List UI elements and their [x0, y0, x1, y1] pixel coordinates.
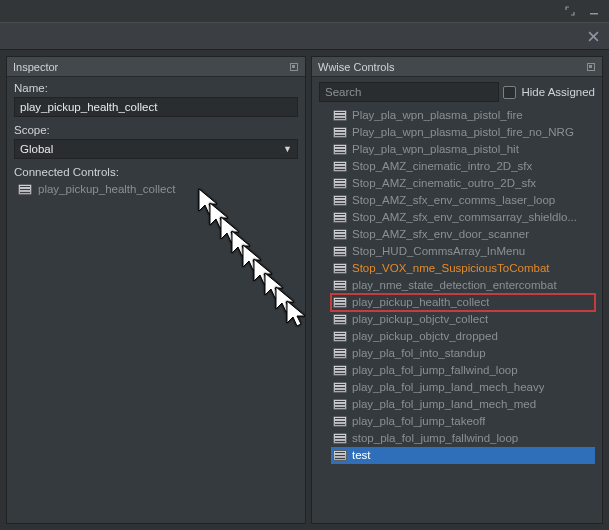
tree-item[interactable]: play_nme_state_detection_entercombat: [331, 277, 595, 294]
wwise-controls-panel: Wwise Controls Hide Assigned Play_pla_wp…: [311, 56, 603, 524]
titlebar-outer: [0, 0, 609, 22]
event-icon: [333, 144, 347, 155]
tree-item-label: test: [352, 447, 371, 464]
event-icon: [333, 416, 347, 427]
connected-control-item[interactable]: play_pickup_health_collect: [14, 181, 298, 197]
event-icon: [333, 263, 347, 274]
tree-item-label: Play_pla_wpn_plasma_pistol_fire_no_NRG: [352, 124, 574, 141]
event-icon: [333, 399, 347, 410]
tree-item-label: play_pla_fol_into_standup: [352, 345, 486, 362]
event-icon: [333, 246, 347, 257]
tree-item-label: play_pla_fol_jump_fallwind_loop: [352, 362, 518, 379]
tree-item[interactable]: test: [331, 447, 595, 464]
inspector-header: Inspector: [7, 57, 305, 77]
event-icon: [333, 297, 347, 308]
wwise-controls-title: Wwise Controls: [318, 61, 394, 73]
tree-item-label: play_pickup_objctv_collect: [352, 311, 488, 328]
tree-item-label: Play_pla_wpn_plasma_pistol_fire: [352, 107, 523, 124]
tree-item[interactable]: play_pla_fol_jump_land_mech_heavy: [331, 379, 595, 396]
tree-item[interactable]: Play_pla_wpn_plasma_pistol_fire: [331, 107, 595, 124]
tree-item-label: play_pickup_objctv_dropped: [352, 328, 498, 345]
expand-icon[interactable]: [565, 6, 575, 16]
inspector-panel: Inspector Name: Scope: Global ▼ Connecte…: [6, 56, 306, 524]
event-icon: [333, 110, 347, 121]
scope-label: Scope:: [14, 124, 298, 136]
tree-item[interactable]: Stop_AMZ_cinematic_outro_2D_sfx: [331, 175, 595, 192]
tree-item-label: Stop_AMZ_sfx_env_comms_laser_loop: [352, 192, 555, 209]
chevron-down-icon: ▼: [283, 144, 292, 154]
event-icon: [333, 280, 347, 291]
tree-item-label: play_pla_fol_jump_land_mech_med: [352, 396, 536, 413]
tree-item[interactable]: Stop_AMZ_cinematic_intro_2D_sfx: [331, 158, 595, 175]
name-field[interactable]: [14, 97, 298, 117]
event-icon: [333, 127, 347, 138]
tree-item[interactable]: Stop_AMZ_sfx_env_commsarray_shieldlo...: [331, 209, 595, 226]
event-icon: [333, 382, 347, 393]
svg-rect-0: [590, 13, 598, 15]
connected-controls-list: play_pickup_health_collect: [14, 181, 298, 197]
scope-value: Global: [20, 143, 53, 155]
minimize-icon[interactable]: [589, 6, 599, 16]
event-icon: [18, 184, 32, 195]
hide-assigned-toggle[interactable]: Hide Assigned: [503, 86, 595, 99]
close-icon[interactable]: [588, 31, 599, 42]
tree-item[interactable]: play_pickup_health_collect: [331, 294, 595, 311]
tree-item[interactable]: play_pla_fol_jump_fallwind_loop: [331, 362, 595, 379]
titlebar-inner: [0, 22, 609, 50]
event-icon: [333, 229, 347, 240]
tree-item-label: play_pickup_health_collect: [352, 294, 489, 311]
tree-item[interactable]: Play_pla_wpn_plasma_pistol_fire_no_NRG: [331, 124, 595, 141]
event-icon: [333, 348, 347, 359]
tree-item[interactable]: Stop_VOX_nme_SuspiciousToCombat: [331, 260, 595, 277]
hide-assigned-label: Hide Assigned: [521, 86, 595, 98]
scope-dropdown[interactable]: Global ▼: [14, 139, 298, 159]
event-icon: [333, 433, 347, 444]
event-icon: [333, 178, 347, 189]
tree-item[interactable]: Stop_HUD_CommsArray_InMenu: [331, 243, 595, 260]
tree-item-label: play_pla_fol_jump_takeoff: [352, 413, 485, 430]
event-icon: [333, 195, 347, 206]
inspector-title: Inspector: [13, 61, 58, 73]
name-label: Name:: [14, 82, 298, 94]
tree-item[interactable]: Play_pla_wpn_plasma_pistol_hit: [331, 141, 595, 158]
tree-item-label: Stop_AMZ_sfx_env_commsarray_shieldlo...: [352, 209, 577, 226]
search-input[interactable]: [319, 82, 499, 102]
tree-item-label: Stop_AMZ_cinematic_outro_2D_sfx: [352, 175, 536, 192]
tree-item-label: Stop_AMZ_cinematic_intro_2D_sfx: [352, 158, 532, 175]
popout-icon[interactable]: [289, 62, 299, 72]
event-icon: [333, 161, 347, 172]
tree-item[interactable]: stop_pla_fol_jump_fallwind_loop: [331, 430, 595, 447]
event-icon: [333, 212, 347, 223]
event-icon: [333, 331, 347, 342]
tree-item[interactable]: play_pickup_objctv_dropped: [331, 328, 595, 345]
tree-item-label: Stop_VOX_nme_SuspiciousToCombat: [352, 260, 550, 277]
tree-item[interactable]: Stop_AMZ_sfx_env_door_scanner: [331, 226, 595, 243]
tree-item-label: Stop_AMZ_sfx_env_door_scanner: [352, 226, 529, 243]
event-icon: [333, 450, 347, 461]
tree-item-label: play_pla_fol_jump_land_mech_heavy: [352, 379, 544, 396]
tree-item[interactable]: play_pla_fol_jump_land_mech_med: [331, 396, 595, 413]
tree-item-label: stop_pla_fol_jump_fallwind_loop: [352, 430, 518, 447]
wwise-tree: Play_pla_wpn_plasma_pistol_firePlay_pla_…: [319, 107, 595, 464]
connected-controls-label: Connected Controls:: [14, 166, 298, 178]
svg-rect-2: [292, 65, 295, 68]
hide-assigned-checkbox[interactable]: [503, 86, 516, 99]
popout-icon[interactable]: [586, 62, 596, 72]
connected-control-label: play_pickup_health_collect: [38, 183, 175, 195]
tree-item[interactable]: play_pickup_objctv_collect: [331, 311, 595, 328]
event-icon: [333, 314, 347, 325]
event-icon: [333, 365, 347, 376]
tree-item-label: play_nme_state_detection_entercombat: [352, 277, 557, 294]
tree-item[interactable]: Stop_AMZ_sfx_env_comms_laser_loop: [331, 192, 595, 209]
tree-item[interactable]: play_pla_fol_jump_takeoff: [331, 413, 595, 430]
svg-rect-4: [589, 65, 592, 68]
tree-item-label: Play_pla_wpn_plasma_pistol_hit: [352, 141, 519, 158]
wwise-controls-header: Wwise Controls: [312, 57, 602, 77]
tree-item[interactable]: play_pla_fol_into_standup: [331, 345, 595, 362]
tree-item-label: Stop_HUD_CommsArray_InMenu: [352, 243, 525, 260]
